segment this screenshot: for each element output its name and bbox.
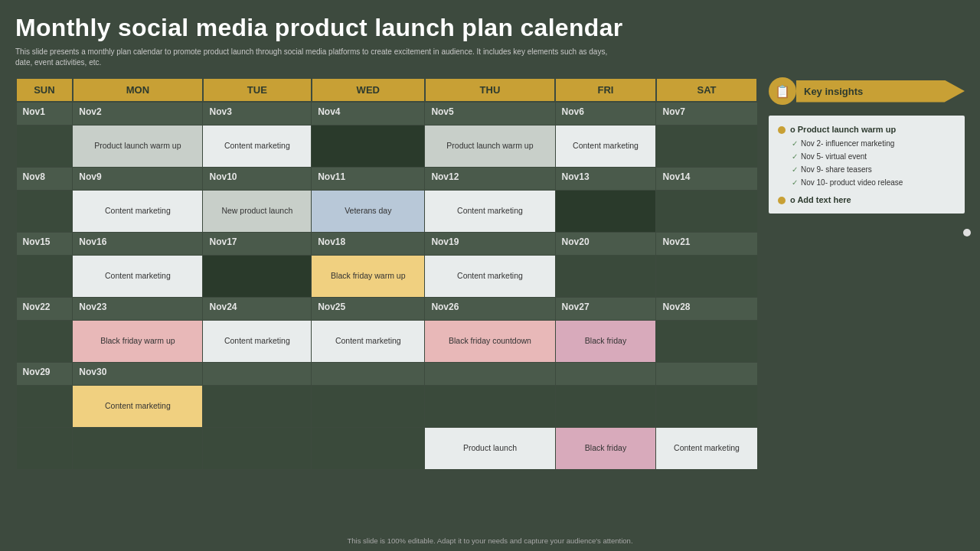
check-icon-4: ✓ xyxy=(792,178,798,187)
date-nov22: Nov22 xyxy=(16,297,73,320)
header-wed: WED xyxy=(312,78,425,102)
event-w2-sat xyxy=(656,190,757,232)
date-nov5: Nov5 xyxy=(425,102,555,125)
event-w2-thu: Content marketing xyxy=(425,190,555,232)
week2-date-row: Nov8 Nov9 Nov10 Nov11 Nov12 Nov13 Nov14 xyxy=(16,167,757,190)
insight-sub-text-1: Nov 2- influencer marketing xyxy=(801,139,894,148)
date-nov16: Nov16 xyxy=(73,232,203,255)
event-w6-mon xyxy=(73,427,203,469)
slide-container: Monthly social media product launch plan… xyxy=(0,0,980,551)
check-icon-3: ✓ xyxy=(792,165,798,174)
event-w4-wed: Content marketing xyxy=(312,320,425,362)
date-nov9: Nov9 xyxy=(73,167,203,190)
event-w6-fri: Black friday xyxy=(555,427,656,469)
event-w5-thu xyxy=(425,385,555,427)
header-sat: SAT xyxy=(656,78,757,102)
o-label-1: o xyxy=(790,125,798,134)
header-fri: FRI xyxy=(555,78,656,102)
add-text-section: o Add text here xyxy=(778,195,956,204)
event-w5-sat xyxy=(656,385,757,427)
key-insights-header: 📋 Key insights xyxy=(769,77,965,105)
clipboard-icon: 📋 xyxy=(775,84,790,99)
date-nov26: Nov26 xyxy=(425,297,555,320)
event-w4-sun xyxy=(16,320,73,362)
header-sun: SUN xyxy=(16,78,73,102)
week1-event-row: Product launch warm up Content marketing… xyxy=(16,125,757,167)
date-nov25: Nov25 xyxy=(312,297,425,320)
date-nov23: Nov23 xyxy=(73,297,203,320)
date-empty-w5-tue xyxy=(203,362,312,385)
check-icon-1: ✓ xyxy=(792,139,798,148)
event-w1-sat xyxy=(656,125,757,167)
calendar-header-row: SUN MON TUE WED THU FRI SAT xyxy=(16,78,757,102)
event-w1-thu: Product launch warm up xyxy=(425,125,555,167)
event-w3-tue xyxy=(203,255,312,297)
date-nov3: Nov3 xyxy=(203,102,312,125)
date-nov4: Nov4 xyxy=(312,102,425,125)
event-w2-tue: New product launch xyxy=(203,190,312,232)
event-w3-fri xyxy=(555,255,656,297)
date-nov7: Nov7 xyxy=(656,102,757,125)
bullet-circle-2 xyxy=(778,197,786,204)
date-nov18: Nov18 xyxy=(312,232,425,255)
insights-box: o Product launch warm up ✓ Nov 2- influe… xyxy=(769,116,965,214)
week1-date-row: Nov1 Nov2 Nov3 Nov4 Nov5 Nov6 Nov7 xyxy=(16,102,757,125)
date-nov19: Nov19 xyxy=(425,232,555,255)
event-w4-thu: Black friday countdown xyxy=(425,320,555,362)
date-nov10: Nov10 xyxy=(203,167,312,190)
date-nov30: Nov30 xyxy=(73,362,203,385)
event-w1-sun xyxy=(16,125,73,167)
key-insights-icon-circle: 📋 xyxy=(769,77,796,105)
page-title: Monthly social media product launch plan… xyxy=(15,14,965,42)
insight-sub-2: ✓ Nov 5- virtual event xyxy=(792,152,956,161)
week4-date-row: Nov22 Nov23 Nov24 Nov25 Nov26 Nov27 Nov2… xyxy=(16,297,757,320)
event-w6-tue xyxy=(203,427,312,469)
event-w2-sun xyxy=(16,190,73,232)
insight-sub-text-4: Nov 10- product video release xyxy=(801,178,903,187)
date-nov6: Nov6 xyxy=(555,102,656,125)
date-nov1: Nov1 xyxy=(16,102,73,125)
week4-event-row: Black friday warm up Content marketing C… xyxy=(16,320,757,362)
add-text-label: Add text here xyxy=(797,195,851,204)
date-nov12: Nov12 xyxy=(425,167,555,190)
date-nov15: Nov15 xyxy=(16,232,73,255)
event-w5-fri xyxy=(555,385,656,427)
event-w6-wed xyxy=(312,427,425,469)
header-thu: THU xyxy=(425,78,555,102)
event-w1-mon: Product launch warm up xyxy=(73,125,203,167)
calendar-table: SUN MON TUE WED THU FRI SAT Nov1 Nov2 No… xyxy=(15,77,758,470)
key-insights-label: Key insights xyxy=(796,80,965,103)
add-text-main: o Add text here xyxy=(790,195,851,204)
event-w1-fri: Content marketing xyxy=(555,125,656,167)
date-nov29: Nov29 xyxy=(16,362,73,385)
event-w3-thu: Content marketing xyxy=(425,255,555,297)
insight-sub-text-2: Nov 5- virtual event xyxy=(801,152,867,161)
event-w5-tue xyxy=(203,385,312,427)
event-w1-wed xyxy=(312,125,425,167)
date-nov14: Nov14 xyxy=(656,167,757,190)
page-subtitle: This slide presents a monthly plan calen… xyxy=(15,47,612,68)
date-empty-w5-wed xyxy=(312,362,425,385)
right-dot xyxy=(963,229,971,236)
insight-sub-3: ✓ Nov 9- share teasers xyxy=(792,165,956,174)
sidebar: 📋 Key insights o Product launch warm up xyxy=(769,77,965,470)
date-empty-w5-thu xyxy=(425,362,555,385)
event-w2-wed: Veterans day xyxy=(312,190,425,232)
week3-date-row: Nov15 Nov16 Nov17 Nov18 Nov19 Nov20 Nov2… xyxy=(16,232,757,255)
event-w4-sat xyxy=(656,320,757,362)
date-nov11: Nov11 xyxy=(312,167,425,190)
event-w5-sun xyxy=(16,385,73,427)
main-point-text: Product launch warm up xyxy=(798,125,896,134)
event-w2-mon: Content marketing xyxy=(73,190,203,232)
calendar: SUN MON TUE WED THU FRI SAT Nov1 Nov2 No… xyxy=(15,77,758,470)
header-tue: TUE xyxy=(203,78,312,102)
date-nov27: Nov27 xyxy=(555,297,656,320)
insight-sub-4: ✓ Nov 10- product video release xyxy=(792,178,956,187)
insight-sub-1: ✓ Nov 2- influencer marketing xyxy=(792,139,956,148)
insight-sub-text-3: Nov 9- share teasers xyxy=(801,165,872,174)
event-w6-sun xyxy=(16,427,73,469)
week2-event-row: Content marketing New product launch Vet… xyxy=(16,190,757,232)
insight-section-1: o Product launch warm up ✓ Nov 2- influe… xyxy=(778,125,956,187)
week3-event-row: Content marketing Black friday warm up C… xyxy=(16,255,757,297)
main-content: SUN MON TUE WED THU FRI SAT Nov1 Nov2 No… xyxy=(15,77,965,470)
